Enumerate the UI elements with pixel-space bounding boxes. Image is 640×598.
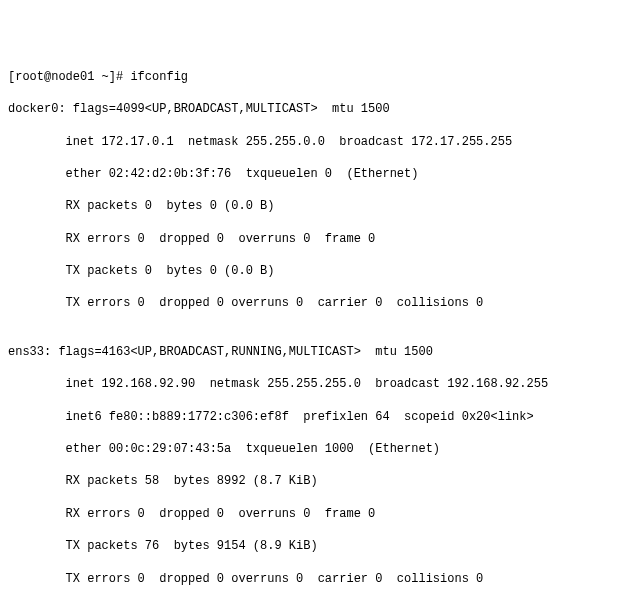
ens33-inet: inet 192.168.92.90 netmask 255.255.255.0… <box>8 376 632 392</box>
ens33-rx-errors: RX errors 0 dropped 0 overruns 0 frame 0 <box>8 506 632 522</box>
docker0-ether: ether 02:42:d2:0b:3f:76 txqueuelen 0 (Et… <box>8 166 632 182</box>
prompt-line-ifconfig: [root@node01 ~]# ifconfig <box>8 69 632 85</box>
docker0-rx-packets: RX packets 0 bytes 0 (0.0 B) <box>8 198 632 214</box>
ens33-ether: ether 00:0c:29:07:43:5a txqueuelen 1000 … <box>8 441 632 457</box>
ens33-inet6: inet6 fe80::b889:1772:c306:ef8f prefixle… <box>8 409 632 425</box>
ens33-tx-packets: TX packets 76 bytes 9154 (8.9 KiB) <box>8 538 632 554</box>
ens33-rx-packets: RX packets 58 bytes 8992 (8.7 KiB) <box>8 473 632 489</box>
docker0-tx-errors: TX errors 0 dropped 0 overruns 0 carrier… <box>8 295 632 311</box>
docker0-tx-packets: TX packets 0 bytes 0 (0.0 B) <box>8 263 632 279</box>
ens33-tx-errors: TX errors 0 dropped 0 overruns 0 carrier… <box>8 571 632 587</box>
docker0-flags: docker0: flags=4099<UP,BROADCAST,MULTICA… <box>8 101 632 117</box>
docker0-inet: inet 172.17.0.1 netmask 255.255.0.0 broa… <box>8 134 632 150</box>
docker0-rx-errors: RX errors 0 dropped 0 overruns 0 frame 0 <box>8 231 632 247</box>
ens33-flags: ens33: flags=4163<UP,BROADCAST,RUNNING,M… <box>8 344 632 360</box>
